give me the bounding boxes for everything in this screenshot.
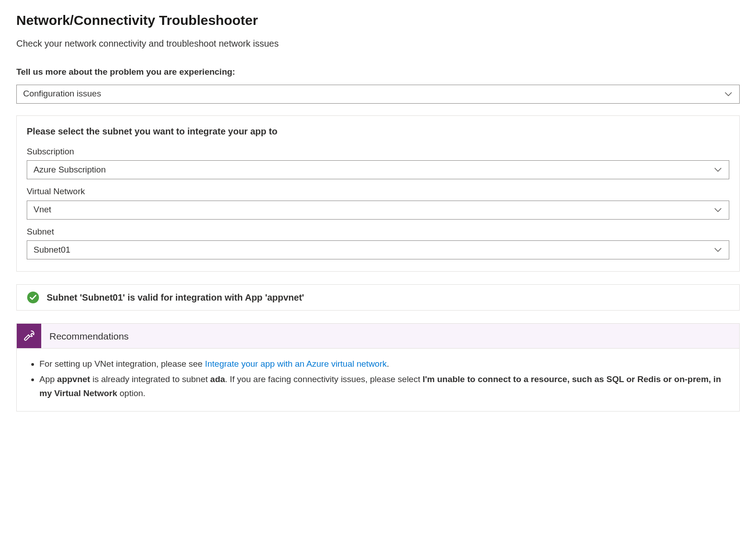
- subnet-select-value: Subnet01: [34, 244, 70, 256]
- recommendations-title: Recommendations: [49, 330, 129, 343]
- subscription-select-value: Azure Subscription: [34, 164, 106, 176]
- subnet-select[interactable]: Subnet01: [27, 240, 729, 259]
- subscription-select[interactable]: Azure Subscription: [27, 160, 729, 179]
- vnet-integration-doc-link[interactable]: Integrate your app with an Azure virtual…: [205, 359, 386, 369]
- problem-select-value: Configuration issues: [23, 88, 101, 100]
- problem-select[interactable]: Configuration issues: [16, 85, 740, 104]
- recommendation-item-1: For setting up VNet integration, please …: [39, 357, 728, 371]
- recommendation-item-2: App appvnet is already integrated to sub…: [39, 372, 728, 401]
- validation-status-text: Subnet 'Subnet01' is valid for integrati…: [47, 291, 304, 304]
- validation-status-panel: Subnet 'Subnet01' is valid for integrati…: [16, 284, 740, 311]
- wrench-icon: [17, 324, 41, 348]
- chevron-down-icon: [714, 206, 722, 214]
- vnet-select[interactable]: Vnet: [27, 201, 729, 220]
- subnet-panel-heading: Please select the subnet you want to int…: [27, 125, 729, 138]
- recommendations-panel: Recommendations For setting up VNet inte…: [16, 323, 740, 412]
- subscription-label: Subscription: [27, 146, 729, 158]
- vnet-label: Virtual Network: [27, 186, 729, 198]
- vnet-select-value: Vnet: [34, 204, 51, 216]
- chevron-down-icon: [724, 90, 732, 98]
- subnet-label: Subnet: [27, 226, 729, 238]
- page-title: Network/Connectivity Troubleshooter: [16, 11, 740, 30]
- problem-prompt-label: Tell us more about the problem you are e…: [16, 66, 740, 78]
- page-subtitle: Check your network connectivity and trou…: [16, 37, 740, 50]
- subnet-selection-panel: Please select the subnet you want to int…: [16, 115, 740, 272]
- chevron-down-icon: [714, 166, 722, 174]
- chevron-down-icon: [714, 246, 722, 254]
- success-check-icon: [27, 291, 39, 304]
- recommendations-body: For setting up VNet integration, please …: [17, 349, 739, 411]
- recommendations-header: Recommendations: [17, 324, 739, 349]
